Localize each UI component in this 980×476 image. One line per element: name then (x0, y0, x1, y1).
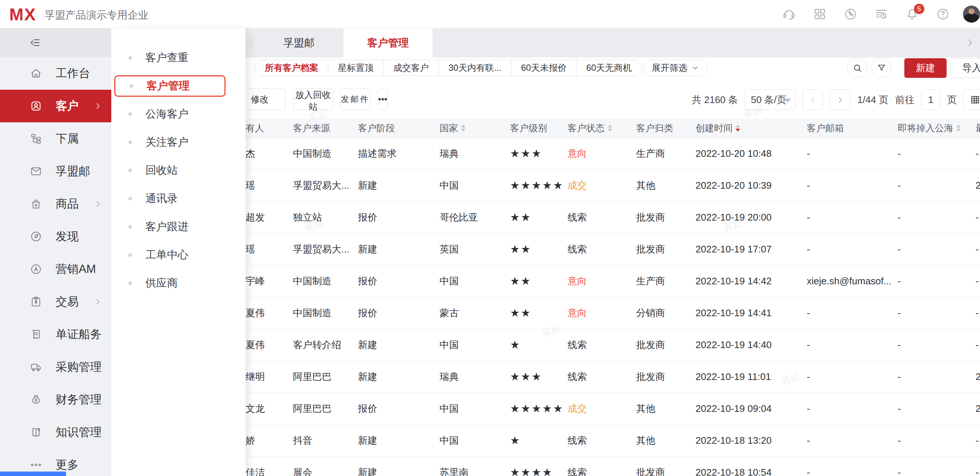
cell-source: 抖音 (293, 425, 358, 456)
toolbar-button[interactable]: 放入回收站 (293, 89, 333, 110)
bullet-dot-icon (128, 56, 132, 60)
quick-filter-chip[interactable]: 30天内有联... (438, 60, 511, 76)
table-row[interactable]: 文龙 阿里巴巴 报价 中国 ★★★★★ 成交 其他 2022-10-19 09:… (245, 393, 980, 425)
sidebar-item[interactable]: 营销AM (0, 253, 111, 286)
quick-filter-chip[interactable]: 成交客户 (383, 60, 438, 76)
column-header[interactable]: 客户归类 (636, 119, 695, 138)
sidebar-collapse-button[interactable] (0, 28, 111, 57)
tasklist-icon (874, 7, 888, 21)
sidebar-item[interactable]: 采购管理 (0, 351, 111, 383)
table-row[interactable]: 瑶 孚盟贸易大... 新建 英国 ★★ 线索 批发商 2022-10-19 17… (245, 233, 980, 265)
apps-grid-button[interactable] (813, 7, 827, 21)
sidebar-item[interactable]: 客户 (0, 90, 111, 122)
table-row[interactable]: 继明 阿里巴巴 新建 瑞典 ★★★ 线索 批发商 2022-10-19 11:0… (245, 361, 980, 393)
column-header[interactable]: 客户级别 (510, 119, 568, 138)
table-row[interactable]: 夏伟 中国制造 报价 蒙古 ★★ 意向 分销商 2022-10-19 14:41… (245, 297, 980, 329)
sidebar-item[interactable]: 知识管理 (0, 416, 111, 449)
toolbar-button[interactable]: 发邮件 (340, 89, 370, 110)
column-header[interactable]: 国家 (439, 119, 510, 138)
column-header[interactable]: 客户阶段 (358, 119, 439, 138)
sidebar-item-label: 知识管理 (56, 424, 102, 440)
tab[interactable]: 孚盟邮 (255, 28, 344, 57)
sidebar-item[interactable]: 单证船务 (0, 318, 111, 351)
column-header[interactable]: 客户状态 (568, 119, 636, 138)
cell-source: 孚盟贸易大... (293, 233, 358, 265)
next-page-button[interactable] (830, 89, 851, 110)
column-header[interactable]: 有人 (245, 119, 293, 138)
flyout-menu-item[interactable]: 客户管理 (114, 75, 226, 97)
page-goto-input[interactable] (921, 89, 940, 110)
flyout-item-label: 供应商 (145, 276, 178, 290)
table-row[interactable]: 夏伟 客户转介绍 新建 中国 ★ 线索 批发商 2022-10-19 14:40… (245, 329, 980, 361)
table-row[interactable]: 杰 中国制造 描述需求 瑞典 ★★★ 意向 生产商 2022-10-20 10:… (245, 138, 980, 170)
column-header[interactable]: 客户来源 (293, 119, 358, 138)
column-header[interactable]: 最近 (975, 119, 980, 138)
cell-drop-to-sea: - (898, 233, 975, 265)
chevR-icon (94, 200, 102, 208)
table-row[interactable]: 佳洁 展会 新建 苏里南 ★★★★ 线索 批发商 2022-10-18 10:5… (245, 457, 980, 476)
sort-arrows-icon[interactable] (956, 125, 961, 132)
sidebar-item[interactable]: 下属 (0, 122, 111, 155)
flyout-menu-item[interactable]: 供应商 (111, 269, 245, 297)
cell-email: - (807, 233, 898, 265)
table-row[interactable]: 瑶 孚盟贸易大... 新建 中国 ★★★★★ 成交 其他 2022-10-20 … (245, 170, 980, 202)
quick-filter-chip[interactable]: 星标置顶 (328, 60, 383, 76)
quick-filter-chip[interactable]: 所有客户档案 (255, 60, 328, 76)
cell-last-clipped: - (975, 233, 980, 265)
tab-scroll-right-icon[interactable] (964, 37, 975, 48)
cell-status: 线索 (568, 329, 636, 361)
column-header[interactable]: 客户邮箱 (807, 119, 898, 138)
whatsapp-button[interactable] (843, 7, 858, 21)
flyout-menu-item[interactable]: 回收站 (111, 156, 245, 185)
prev-page-button[interactable] (802, 89, 823, 110)
table-row[interactable]: 娇 抖音 新建 中国 ★ 线索 其他 2022-10-18 13:20 - - … (245, 425, 980, 457)
sidebar-item[interactable]: 发现 (0, 220, 111, 253)
cell-stage: 报价 (358, 202, 439, 233)
sidebar-item[interactable]: 交易 (0, 286, 111, 318)
sort-arrows-icon[interactable] (461, 125, 466, 132)
headset-button[interactable] (782, 7, 796, 21)
column-settings-button[interactable] (963, 89, 980, 110)
cell-level-stars: ★★★★★ (510, 170, 568, 201)
flyout-menu-item[interactable]: 公海客户 (111, 100, 245, 128)
sidebar-nav: 工作台 客户 下属 孚盟邮 商品 发现 (0, 57, 111, 476)
sort-arrows-icon[interactable] (735, 125, 740, 132)
sort-arrows-icon[interactable] (608, 125, 612, 132)
quick-filter-chip[interactable]: 60天未报价 (511, 60, 576, 76)
toolbar-button[interactable]: ••• (378, 89, 388, 110)
flyout-menu-item[interactable]: 工单中心 (111, 241, 245, 269)
column-header[interactable]: 即将掉入公海 (898, 119, 975, 138)
cell-created-time: 2022-10-18 13:20 (695, 425, 807, 456)
flyout-item-label: 客户管理 (146, 79, 189, 94)
task-history-button[interactable] (874, 7, 888, 21)
sidebar-item[interactable]: 财务管理 (0, 383, 111, 416)
cell-country: 瑞典 (439, 361, 510, 393)
cell-level-stars: ★★ (510, 265, 568, 297)
filter-button[interactable] (871, 58, 891, 78)
bottom-scrollbar-thumb[interactable] (0, 471, 66, 476)
flyout-menu-item[interactable]: 客户跟进 (111, 213, 245, 241)
help-button[interactable] (936, 7, 950, 21)
search-button[interactable] (847, 58, 867, 78)
sidebar-item-label: 营销AM (56, 261, 96, 277)
sidebar-item[interactable]: 工作台 (0, 57, 111, 90)
expand-filter-button[interactable]: 展开筛选 (643, 60, 708, 76)
quick-filter-chip[interactable]: 60天无商机 (576, 60, 641, 76)
flyout-menu-item[interactable]: 关注客户 (111, 128, 245, 156)
column-header[interactable]: 创建时间 (695, 119, 807, 138)
tab[interactable]: 客户管理 (344, 28, 433, 57)
cell-last-clipped: 2 (975, 170, 980, 201)
flyout-menu-item[interactable]: 客户查重 (111, 44, 245, 72)
table-row[interactable]: 超发 独立站 报价 哥伦比亚 ★★ 线索 批发商 2022-10-19 20:0… (245, 202, 980, 233)
new-button[interactable]: 新建 (904, 58, 947, 78)
sidebar-item[interactable]: 商品 (0, 187, 111, 220)
app-logo[interactable]: MX (9, 5, 37, 24)
notifications-button[interactable]: 5 (905, 7, 919, 21)
table-row[interactable]: 宇峰 中国制造 报价 中国 ★★ 意向 生产商 2022-10-19 14:42… (245, 265, 980, 297)
import-button[interactable]: 导入 (950, 58, 980, 78)
expand-filter-label: 展开筛选 (652, 62, 687, 74)
user-avatar[interactable] (963, 6, 980, 22)
page-size-select[interactable]: 50 条/页 (745, 89, 795, 110)
flyout-menu-item[interactable]: 通讯录 (111, 185, 245, 213)
sidebar-item[interactable]: 孚盟邮 (0, 155, 111, 187)
